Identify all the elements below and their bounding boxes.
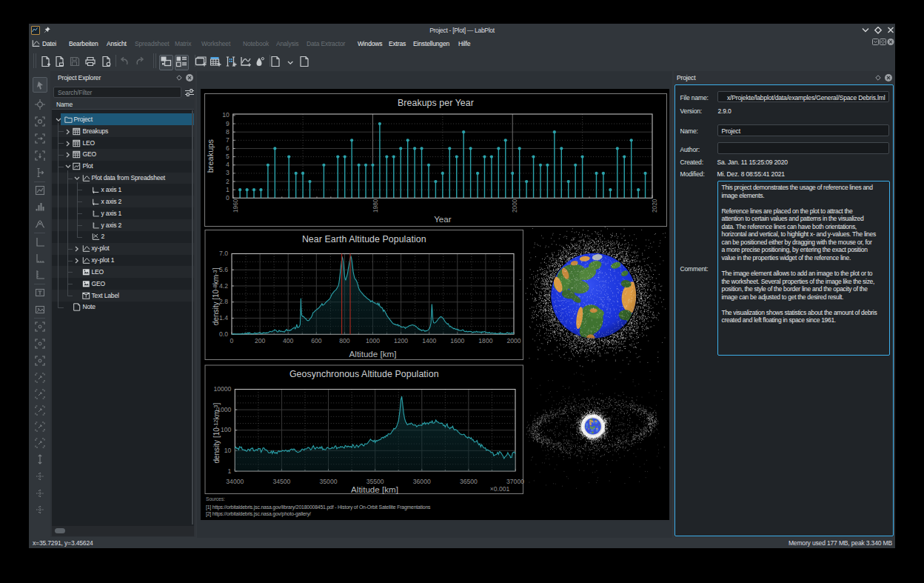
svg-text:1: 1 xyxy=(228,467,232,475)
svg-text:3: 3 xyxy=(226,169,230,176)
svg-text:100: 100 xyxy=(221,426,232,433)
svg-text:800: 800 xyxy=(339,337,350,344)
svg-text:1200: 1200 xyxy=(394,337,408,344)
svg-text:600: 600 xyxy=(311,337,322,344)
svg-text:8: 8 xyxy=(226,128,230,136)
svg-text:2: 2 xyxy=(226,178,230,185)
svg-text:2020: 2020 xyxy=(651,199,658,213)
svg-text:10: 10 xyxy=(224,447,232,454)
svg-text:density [10-8km-3]: density [10-8km-3] xyxy=(212,267,220,325)
svg-text:34000: 34000 xyxy=(226,478,244,485)
svg-text:9: 9 xyxy=(226,120,230,127)
svg-text:200: 200 xyxy=(255,337,266,344)
svg-text:34500: 34500 xyxy=(272,478,290,485)
svg-text:1000: 1000 xyxy=(366,337,380,344)
svg-text:4: 4 xyxy=(226,161,230,168)
svg-text:2.8: 2.8 xyxy=(219,298,228,305)
svg-text:36500: 36500 xyxy=(460,478,478,485)
svg-text:Breakups per Year: Breakups per Year xyxy=(398,98,474,108)
svg-text:1800: 1800 xyxy=(478,337,492,344)
svg-text:37000: 37000 xyxy=(506,478,524,485)
svg-text:1960: 1960 xyxy=(232,199,239,213)
svg-text:5.6: 5.6 xyxy=(219,266,228,273)
svg-text:1600: 1600 xyxy=(450,337,464,344)
svg-text:Geosynchronous Altitude Popula: Geosynchronous Altitude Population xyxy=(289,369,439,379)
svg-text:Altitude [km]: Altitude [km] xyxy=(349,349,397,359)
svg-text:density [10-12km-3]: density [10-12km-3] xyxy=(212,403,221,464)
svg-text:1.4: 1.4 xyxy=(219,314,228,322)
svg-text:5: 5 xyxy=(226,153,230,160)
svg-text:[2] https://orbitaldebris.jsc.: [2] https://orbitaldebris.jsc.nasa.gov/p… xyxy=(206,511,311,517)
svg-text:0: 0 xyxy=(230,337,234,344)
svg-text:2000: 2000 xyxy=(511,199,518,213)
svg-text:35000: 35000 xyxy=(320,478,338,485)
svg-text:2000: 2000 xyxy=(506,337,520,344)
svg-text:1: 1 xyxy=(226,186,230,193)
svg-text:[1] https://orbitaldebris.jsc.: [1] https://orbitaldebris.jsc.nasa.gov/l… xyxy=(206,504,431,510)
svg-text:10000: 10000 xyxy=(213,385,231,393)
svg-text:0.0: 0.0 xyxy=(219,330,228,338)
svg-text:×0.001: ×0.001 xyxy=(490,485,510,493)
svg-text:Altitude [km]: Altitude [km] xyxy=(351,484,398,494)
svg-text:Near Earth Altitude Population: Near Earth Altitude Population xyxy=(302,234,426,244)
svg-text:6: 6 xyxy=(226,144,230,152)
svg-text:4.2: 4.2 xyxy=(219,282,228,290)
svg-text:10: 10 xyxy=(222,111,230,119)
svg-text:7.0: 7.0 xyxy=(219,250,228,257)
svg-text:breakups: breakups xyxy=(206,139,215,173)
svg-text:0: 0 xyxy=(226,194,230,201)
svg-text:400: 400 xyxy=(283,337,294,344)
svg-text:Sources:: Sources: xyxy=(206,496,225,502)
svg-text:Year: Year xyxy=(434,214,452,224)
svg-text:36000: 36000 xyxy=(413,478,431,485)
svg-text:1400: 1400 xyxy=(422,337,436,344)
svg-text:1980: 1980 xyxy=(372,199,379,213)
svg-text:7: 7 xyxy=(226,136,230,144)
